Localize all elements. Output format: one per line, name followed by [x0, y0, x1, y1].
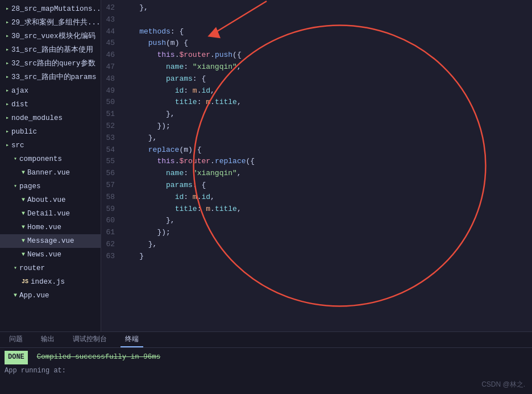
- line-number: 52: [101, 121, 115, 132]
- code-line: title: m.title,: [122, 204, 521, 215]
- line-number: 43: [101, 14, 115, 26]
- sidebar-item[interactable]: ▸node_modules: [0, 111, 101, 125]
- chevron-icon: ▸: [6, 18, 9, 27]
- sidebar-item[interactable]: ▸33_src_路由中的params: [0, 70, 101, 84]
- line-number: 57: [101, 180, 115, 192]
- sidebar-item-label: index.js: [31, 276, 65, 288]
- chevron-icon: ▸: [6, 45, 9, 55]
- chevron-icon: ▾: [14, 155, 17, 164]
- sidebar-item-label: 29_求和案例_多组件共...: [11, 17, 101, 28]
- panel-tabs: 问题 输出 调试控制台 终端: [0, 332, 532, 348]
- sidebar-item[interactable]: ▸28_src_mapMutations...: [0, 2, 101, 16]
- line-number: 54: [101, 144, 115, 156]
- chevron-icon: ▸: [6, 86, 9, 96]
- sidebar-item-label: Message.vue: [27, 235, 74, 247]
- code-content: }, methods: { push(m) { this.$router.pus…: [122, 2, 532, 263]
- bottom-panel: 问题 输出 调试控制台 终端 DONE Compiled successfull…: [0, 331, 532, 394]
- line-number: 58: [101, 192, 115, 204]
- sidebar-item[interactable]: ▼About.vue: [0, 193, 101, 207]
- chevron-icon: ▸: [6, 32, 9, 41]
- sidebar-item-label: About.vue: [27, 194, 66, 206]
- chevron-icon: ▸: [6, 127, 9, 136]
- line-number: 51: [101, 109, 115, 121]
- sidebar-item-label: Banner.vue: [27, 167, 70, 179]
- code-line: id: m.id,: [122, 85, 521, 97]
- chevron-icon: ▸: [6, 141, 9, 150]
- tab-debug-console[interactable]: 调试控制台: [68, 332, 111, 347]
- chevron-icon: ▸: [6, 114, 9, 123]
- sidebar-item[interactable]: ▸29_求和案例_多组件共...: [0, 16, 101, 30]
- sidebar-item[interactable]: ▼Banner.vue: [0, 166, 101, 180]
- code-line: });: [122, 121, 521, 132]
- chevron-icon: ▾: [14, 264, 17, 273]
- sidebar-item[interactable]: ▾pages: [0, 180, 101, 193]
- sidebar-item[interactable]: ▸ajax: [0, 84, 101, 98]
- chevron-icon: ▸: [6, 5, 9, 14]
- js-file-icon: JS: [22, 277, 28, 287]
- code-line: params: {: [122, 73, 521, 85]
- code-line: }: [122, 251, 521, 263]
- sidebar-item[interactable]: ▼Home.vue: [0, 221, 101, 234]
- compile-output-line: DONE Compiled successfully in 96ms: [5, 350, 527, 364]
- code-line: title: m.title,: [122, 97, 521, 109]
- sidebar-item[interactable]: ▸public: [0, 125, 101, 139]
- sidebar-item-label: ajax: [11, 85, 28, 97]
- sidebar-item-label: router: [19, 263, 45, 274]
- sidebar-item-label: 28_src_mapMutations...: [11, 3, 101, 15]
- tab-terminal[interactable]: 终端: [120, 332, 143, 347]
- code-line: },: [122, 239, 521, 251]
- line-number: 55: [101, 156, 115, 168]
- code-line: });: [122, 227, 521, 239]
- sidebar-item-label: 30_src_vuex模块化编码: [11, 31, 95, 42]
- line-number: 59: [101, 204, 115, 215]
- code-line: },: [122, 109, 521, 121]
- tab-output[interactable]: 输出: [36, 332, 59, 347]
- sidebar: ▸28_src_mapMutations...▸29_求和案例_多组件共...▸…: [0, 0, 101, 331]
- code-line: params: {: [122, 180, 521, 192]
- line-number: 50: [101, 97, 115, 109]
- sidebar-item[interactable]: ▸32_src路由的query参数: [0, 57, 101, 70]
- sidebar-item-label: pages: [19, 181, 41, 192]
- line-numbers: 4243444546474849505152535455565758596061…: [101, 2, 122, 263]
- code-line: name: "xiangqin",: [122, 168, 521, 180]
- vue-file-icon: ▼: [14, 291, 17, 300]
- sidebar-item[interactable]: ▼News.vue: [0, 248, 101, 262]
- vue-file-icon: ▼: [22, 250, 25, 259]
- sidebar-item-label: App.vue: [19, 290, 49, 301]
- watermark: CSDN @林之.: [481, 380, 525, 389]
- sidebar-item[interactable]: ▼App.vue: [0, 289, 101, 302]
- tab-problems[interactable]: 问题: [5, 332, 27, 347]
- code-area: 4243444546474849505152535455565758596061…: [101, 0, 532, 265]
- line-number: 49: [101, 85, 115, 97]
- sidebar-item[interactable]: ▾router: [0, 262, 101, 275]
- sidebar-item[interactable]: ▸31_src_路由的基本使用: [0, 43, 101, 57]
- sidebar-item[interactable]: ▼Detail.vue: [0, 207, 101, 221]
- sidebar-item[interactable]: ▸dist: [0, 98, 101, 111]
- line-number: 56: [101, 168, 115, 180]
- panel-content: DONE Compiled successfully in 96ms App r…: [0, 348, 532, 394]
- sidebar-item-label: 31_src_路由的基本使用: [11, 44, 93, 56]
- sidebar-item-label: public: [11, 126, 37, 138]
- sidebar-item-label: dist: [11, 99, 28, 110]
- sidebar-item[interactable]: ▾components: [0, 152, 101, 166]
- code-line: name: "xiangqin",: [122, 61, 521, 73]
- code-line: this.$router.replace({: [122, 156, 521, 168]
- line-number: 44: [101, 26, 115, 38]
- sidebar-item[interactable]: ▸src: [0, 139, 101, 152]
- sidebar-item[interactable]: JSindex.js: [0, 275, 101, 289]
- editor[interactable]: 4243444546474849505152535455565758596061…: [101, 0, 532, 331]
- sidebar-item-label: 33_src_路由中的params: [11, 72, 97, 83]
- line-number: 47: [101, 61, 115, 73]
- code-line: replace(m) {: [122, 144, 521, 156]
- sidebar-item[interactable]: ▸30_src_vuex模块化编码: [0, 30, 101, 43]
- vue-file-icon: ▼: [22, 223, 25, 232]
- code-line: methods: {: [122, 26, 521, 38]
- sidebar-item[interactable]: ▼Message.vue: [0, 234, 101, 248]
- vue-file-icon: ▼: [22, 168, 25, 177]
- line-number: 63: [101, 251, 115, 263]
- main-area: ▸28_src_mapMutations...▸29_求和案例_多组件共...▸…: [0, 0, 532, 331]
- sidebar-item-label: components: [19, 154, 62, 165]
- app-running-line: App running at:: [5, 367, 527, 375]
- sidebar-item-label: src: [11, 140, 24, 151]
- compile-message: Compiled successfully in 96ms: [37, 353, 161, 361]
